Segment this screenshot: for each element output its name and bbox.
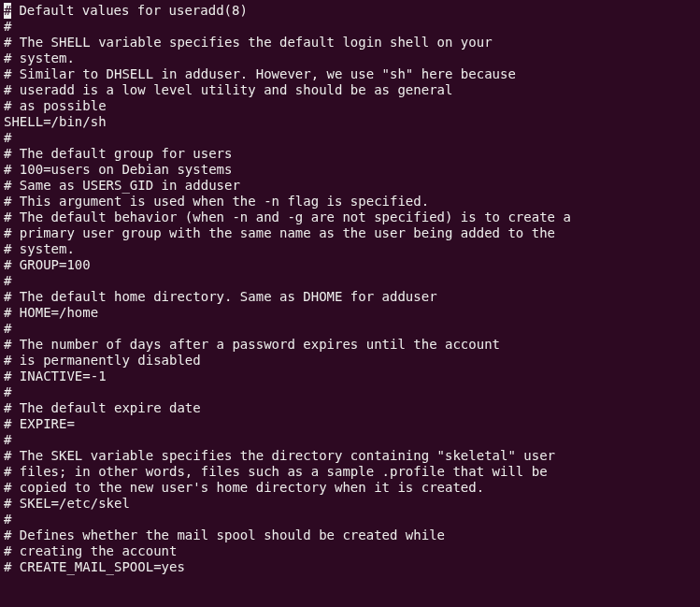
file-line: # system. xyxy=(4,51,700,66)
file-line: # Default values for useradd(8) xyxy=(4,3,700,19)
file-line: # SKEL=/etc/skel xyxy=(4,496,700,512)
file-line: # INACTIVE=-1 xyxy=(4,369,700,384)
file-line: # This argument is used when the -n flag… xyxy=(4,194,700,210)
file-line: # useradd is a low level utility and sho… xyxy=(4,82,700,98)
file-line: # xyxy=(4,432,700,448)
text-after-cursor: Default values for useradd(8) xyxy=(11,3,248,18)
file-line: # Same as USERS_GID in adduser xyxy=(4,178,700,194)
file-line: # xyxy=(4,512,700,528)
file-line: # Defines whether the mail spool should … xyxy=(4,528,700,543)
cursor: # xyxy=(4,3,11,19)
file-line: # The number of days after a password ex… xyxy=(4,337,700,353)
file-line: # EXPIRE= xyxy=(4,416,700,432)
file-line: # Similar to DHSELL in adduser. However,… xyxy=(4,66,700,82)
file-line: # HOME=/home xyxy=(4,305,700,321)
file-line: # CREATE_MAIL_SPOOL=yes xyxy=(4,559,700,575)
file-line: SHELL=/bin/sh xyxy=(4,114,700,130)
file-line: # xyxy=(4,321,700,337)
file-line: # 100=users on Debian systems xyxy=(4,162,700,178)
file-line: # files; in other words, files such as a… xyxy=(4,464,700,480)
terminal-text-editor[interactable]: # Default values for useradd(8)## The SH… xyxy=(4,3,700,575)
file-line: # is permanently disabled xyxy=(4,353,700,369)
file-line: # GROUP=100 xyxy=(4,257,700,273)
file-line: # The default home directory. Same as DH… xyxy=(4,289,700,305)
file-line: # copied to the new user's home director… xyxy=(4,480,700,496)
file-line: # primary user group with the same name … xyxy=(4,225,700,241)
file-line: # as possible xyxy=(4,98,700,114)
file-line: # The default expire date xyxy=(4,400,700,416)
file-line: # xyxy=(4,384,700,400)
file-line: # creating the account xyxy=(4,543,700,559)
file-line: # xyxy=(4,273,700,289)
file-line: # The SKEL variable specifies the direct… xyxy=(4,448,700,464)
file-line: # The default group for users xyxy=(4,146,700,162)
file-line: # system. xyxy=(4,241,700,257)
file-line: # xyxy=(4,130,700,146)
file-line: # The default behavior (when -n and -g a… xyxy=(4,210,700,225)
file-line: # The SHELL variable specifies the defau… xyxy=(4,35,700,51)
file-line: # xyxy=(4,19,700,35)
